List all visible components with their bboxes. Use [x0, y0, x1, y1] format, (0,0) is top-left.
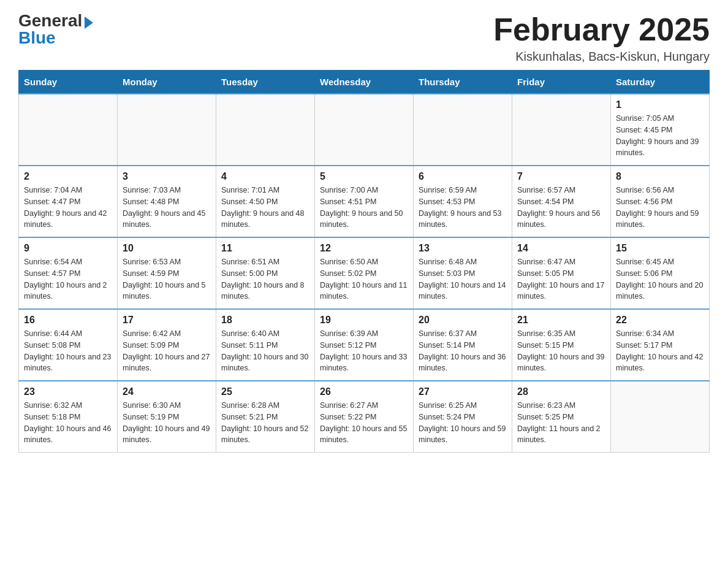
calendar-week-2: 2Sunrise: 7:04 AMSunset: 4:47 PMDaylight… [19, 166, 710, 237]
day-number: 12 [320, 243, 408, 254]
day-number: 23 [24, 386, 112, 397]
calendar-cell: 6Sunrise: 6:59 AMSunset: 4:53 PMDaylight… [414, 166, 512, 237]
day-detail: Sunrise: 7:03 AMSunset: 4:48 PMDaylight:… [123, 185, 211, 231]
day-detail: Sunrise: 7:01 AMSunset: 4:50 PMDaylight:… [221, 185, 309, 231]
day-number: 8 [616, 171, 704, 182]
day-number: 7 [517, 171, 605, 182]
logo-blue-text: Blue [18, 28, 56, 47]
day-number: 28 [517, 386, 605, 397]
calendar-cell: 4Sunrise: 7:01 AMSunset: 4:50 PMDaylight… [216, 166, 315, 237]
calendar-cell [512, 94, 611, 166]
calendar-cell: 15Sunrise: 6:45 AMSunset: 5:06 PMDayligh… [611, 237, 710, 309]
calendar-cell [19, 94, 118, 166]
day-number: 3 [123, 171, 211, 182]
day-number: 26 [320, 386, 408, 397]
calendar-cell: 21Sunrise: 6:35 AMSunset: 5:15 PMDayligh… [512, 309, 611, 381]
title-block: February 2025 Kiskunhalas, Bacs-Kiskun, … [493, 12, 710, 64]
calendar-cell: 2Sunrise: 7:04 AMSunset: 4:47 PMDaylight… [19, 166, 118, 237]
calendar-cell: 23Sunrise: 6:32 AMSunset: 5:18 PMDayligh… [19, 381, 118, 453]
calendar-table: SundayMondayTuesdayWednesdayThursdayFrid… [18, 70, 710, 453]
day-detail: Sunrise: 6:54 AMSunset: 4:57 PMDaylight:… [24, 256, 112, 302]
calendar-cell: 14Sunrise: 6:47 AMSunset: 5:05 PMDayligh… [512, 237, 611, 309]
day-detail: Sunrise: 6:57 AMSunset: 4:54 PMDaylight:… [517, 185, 605, 231]
calendar-cell: 1Sunrise: 7:05 AMSunset: 4:45 PMDaylight… [611, 94, 710, 166]
day-detail: Sunrise: 6:35 AMSunset: 5:15 PMDaylight:… [517, 328, 605, 374]
day-detail: Sunrise: 6:48 AMSunset: 5:03 PMDaylight:… [419, 256, 507, 302]
calendar-body: 1Sunrise: 7:05 AMSunset: 4:45 PMDaylight… [19, 94, 710, 453]
day-number: 22 [616, 315, 704, 326]
calendar-cell [315, 94, 414, 166]
calendar-cell: 5Sunrise: 7:00 AMSunset: 4:51 PMDaylight… [315, 166, 414, 237]
calendar-cell: 22Sunrise: 6:34 AMSunset: 5:17 PMDayligh… [611, 309, 710, 381]
calendar-cell: 11Sunrise: 6:51 AMSunset: 5:00 PMDayligh… [216, 237, 315, 309]
day-detail: Sunrise: 6:59 AMSunset: 4:53 PMDaylight:… [419, 185, 507, 231]
day-number: 4 [221, 171, 309, 182]
logo-general-text: General [18, 11, 82, 30]
day-number: 21 [517, 315, 605, 326]
day-detail: Sunrise: 6:39 AMSunset: 5:12 PMDaylight:… [320, 328, 408, 374]
day-detail: Sunrise: 6:56 AMSunset: 4:56 PMDaylight:… [616, 185, 704, 231]
calendar-cell: 3Sunrise: 7:03 AMSunset: 4:48 PMDaylight… [118, 166, 216, 237]
calendar-cell: 9Sunrise: 6:54 AMSunset: 4:57 PMDaylight… [19, 237, 118, 309]
calendar-cell: 28Sunrise: 6:23 AMSunset: 5:25 PMDayligh… [512, 381, 611, 453]
day-detail: Sunrise: 6:27 AMSunset: 5:22 PMDaylight:… [320, 400, 408, 446]
day-header-sunday: Sunday [19, 71, 118, 94]
calendar-header: SundayMondayTuesdayWednesdayThursdayFrid… [19, 71, 710, 94]
day-detail: Sunrise: 7:00 AMSunset: 4:51 PMDaylight:… [320, 185, 408, 231]
day-number: 24 [123, 386, 211, 397]
day-number: 18 [221, 315, 309, 326]
day-number: 5 [320, 171, 408, 182]
day-detail: Sunrise: 6:45 AMSunset: 5:06 PMDaylight:… [616, 256, 704, 302]
calendar-cell: 24Sunrise: 6:30 AMSunset: 5:19 PMDayligh… [118, 381, 216, 453]
day-detail: Sunrise: 6:25 AMSunset: 5:24 PMDaylight:… [419, 400, 507, 446]
calendar-cell: 18Sunrise: 6:40 AMSunset: 5:11 PMDayligh… [216, 309, 315, 381]
day-detail: Sunrise: 6:47 AMSunset: 5:05 PMDaylight:… [517, 256, 605, 302]
day-detail: Sunrise: 6:28 AMSunset: 5:21 PMDaylight:… [221, 400, 309, 446]
calendar-cell: 10Sunrise: 6:53 AMSunset: 4:59 PMDayligh… [118, 237, 216, 309]
calendar-cell: 12Sunrise: 6:50 AMSunset: 5:02 PMDayligh… [315, 237, 414, 309]
calendar-cell [216, 94, 315, 166]
calendar-cell [414, 94, 512, 166]
day-number: 9 [24, 243, 112, 254]
day-detail: Sunrise: 6:40 AMSunset: 5:11 PMDaylight:… [221, 328, 309, 374]
day-header-friday: Friday [512, 71, 611, 94]
calendar-cell: 20Sunrise: 6:37 AMSunset: 5:14 PMDayligh… [414, 309, 512, 381]
calendar-week-1: 1Sunrise: 7:05 AMSunset: 4:45 PMDaylight… [19, 94, 710, 166]
calendar-week-4: 16Sunrise: 6:44 AMSunset: 5:08 PMDayligh… [19, 309, 710, 381]
calendar-cell: 26Sunrise: 6:27 AMSunset: 5:22 PMDayligh… [315, 381, 414, 453]
day-header-tuesday: Tuesday [216, 71, 315, 94]
calendar-cell [118, 94, 216, 166]
day-detail: Sunrise: 7:04 AMSunset: 4:47 PMDaylight:… [24, 185, 112, 231]
day-detail: Sunrise: 6:44 AMSunset: 5:08 PMDaylight:… [24, 328, 112, 374]
calendar-cell: 19Sunrise: 6:39 AMSunset: 5:12 PMDayligh… [315, 309, 414, 381]
day-number: 25 [221, 386, 309, 397]
calendar-cell [611, 381, 710, 453]
logo-arrow-icon [85, 17, 93, 29]
day-detail: Sunrise: 6:30 AMSunset: 5:19 PMDaylight:… [123, 400, 211, 446]
day-detail: Sunrise: 6:32 AMSunset: 5:18 PMDaylight:… [24, 400, 112, 446]
calendar-cell: 25Sunrise: 6:28 AMSunset: 5:21 PMDayligh… [216, 381, 315, 453]
day-detail: Sunrise: 6:53 AMSunset: 4:59 PMDaylight:… [123, 256, 211, 302]
day-number: 19 [320, 315, 408, 326]
header-row: SundayMondayTuesdayWednesdayThursdayFrid… [19, 71, 710, 94]
month-title: February 2025 [493, 12, 710, 47]
calendar-cell: 7Sunrise: 6:57 AMSunset: 4:54 PMDaylight… [512, 166, 611, 237]
calendar-cell: 13Sunrise: 6:48 AMSunset: 5:03 PMDayligh… [414, 237, 512, 309]
day-detail: Sunrise: 6:23 AMSunset: 5:25 PMDaylight:… [517, 400, 605, 446]
calendar-cell: 16Sunrise: 6:44 AMSunset: 5:08 PMDayligh… [19, 309, 118, 381]
location-subtitle: Kiskunhalas, Bacs-Kiskun, Hungary [493, 50, 710, 64]
calendar-cell: 8Sunrise: 6:56 AMSunset: 4:56 PMDaylight… [611, 166, 710, 237]
day-header-saturday: Saturday [611, 71, 710, 94]
calendar-week-3: 9Sunrise: 6:54 AMSunset: 4:57 PMDaylight… [19, 237, 710, 309]
day-detail: Sunrise: 6:51 AMSunset: 5:00 PMDaylight:… [221, 256, 309, 302]
day-number: 13 [419, 243, 507, 254]
day-number: 6 [419, 171, 507, 182]
day-number: 1 [616, 99, 704, 110]
day-number: 16 [24, 315, 112, 326]
day-number: 20 [419, 315, 507, 326]
day-number: 2 [24, 171, 112, 182]
day-number: 10 [123, 243, 211, 254]
day-header-monday: Monday [118, 71, 216, 94]
day-detail: Sunrise: 6:50 AMSunset: 5:02 PMDaylight:… [320, 256, 408, 302]
day-detail: Sunrise: 6:42 AMSunset: 5:09 PMDaylight:… [123, 328, 211, 374]
